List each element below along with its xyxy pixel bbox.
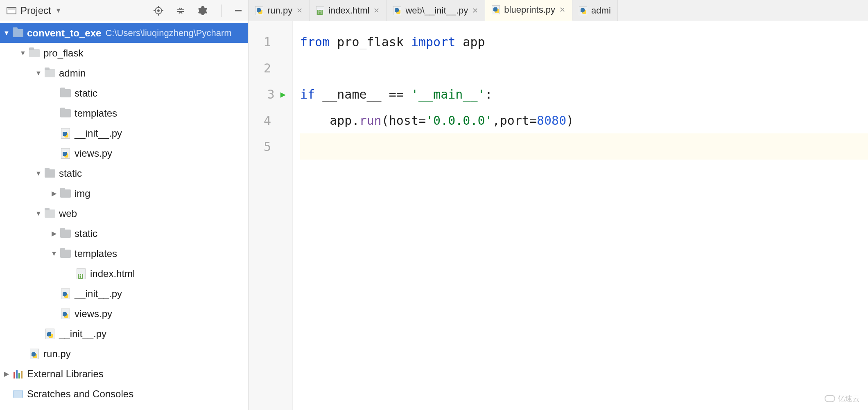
gutter-line[interactable]: 4 bbox=[249, 107, 286, 133]
code-content[interactable]: from pro_flask import appif __name__ == … bbox=[293, 21, 868, 410]
pyfile-icon bbox=[29, 349, 40, 358]
watermark: 亿速云 bbox=[825, 394, 860, 403]
editor-tab[interactable]: admi bbox=[572, 0, 618, 21]
code-line[interactable]: app.run(host='0.0.0.0',port=8080) bbox=[300, 107, 868, 133]
editor-gutter[interactable]: 123▶45 bbox=[249, 21, 293, 410]
tree-row[interactable]: ▶External Libraries bbox=[0, 364, 248, 384]
close-tab-icon[interactable]: ✕ bbox=[559, 5, 565, 14]
python-file-icon bbox=[255, 6, 263, 15]
tree-label: admin bbox=[59, 68, 86, 79]
tree-row[interactable]: ▶Scratches and Consoles bbox=[0, 384, 248, 404]
tree-label: convent_to_exe bbox=[27, 27, 101, 39]
expand-arrow-icon[interactable]: ▼ bbox=[50, 250, 58, 257]
expand-arrow-icon[interactable]: ▼ bbox=[19, 50, 27, 57]
project-tool-window: Project ▼ bbox=[0, 0, 249, 410]
tab-label: blueprints.py bbox=[504, 5, 555, 15]
folder-icon bbox=[60, 189, 71, 198]
pyfile-icon bbox=[60, 149, 71, 158]
tree-label: __init__.py bbox=[75, 288, 122, 300]
gutter-line[interactable]: 3▶ bbox=[249, 81, 286, 107]
expand-arrow-icon[interactable]: ▼ bbox=[34, 70, 43, 77]
collapse-all-button[interactable] bbox=[175, 5, 186, 16]
tree-row[interactable]: ▼static bbox=[0, 163, 248, 183]
tree-row[interactable]: ▶views.py bbox=[0, 304, 248, 324]
project-title[interactable]: Project bbox=[20, 5, 51, 16]
close-tab-icon[interactable]: ✕ bbox=[472, 6, 478, 15]
tree-label: views.py bbox=[75, 148, 112, 159]
tree-label: views.py bbox=[75, 308, 112, 320]
code-line[interactable]: if __name__ == '__main__': bbox=[300, 81, 868, 107]
editor-tabbar[interactable]: run.py✕index.html✕web\__init__.py✕bluepr… bbox=[249, 0, 868, 21]
dropdown-caret-icon[interactable]: ▼ bbox=[55, 7, 62, 14]
tree-row[interactable]: ▶__init__.py bbox=[0, 284, 248, 304]
expand-arrow-icon[interactable]: ▶ bbox=[50, 230, 58, 237]
tree-row[interactable]: ▶index.html bbox=[0, 264, 248, 284]
expand-arrow-icon[interactable]: ▼ bbox=[34, 210, 43, 217]
tree-row[interactable]: ▼convent_to_exeC:\Users\liuqingzheng\Pyc… bbox=[0, 23, 248, 43]
gutter-line[interactable]: 1 bbox=[249, 29, 286, 55]
tree-row[interactable]: ▶static bbox=[0, 83, 248, 103]
tree-row[interactable]: ▶static bbox=[0, 223, 248, 243]
python-file-icon bbox=[393, 6, 401, 15]
tree-label: pro_flask bbox=[43, 47, 83, 59]
tree-label: Scratches and Consoles bbox=[27, 388, 133, 400]
tree-row[interactable]: ▶__init__.py bbox=[0, 123, 248, 143]
expand-arrow-icon[interactable]: ▼ bbox=[2, 29, 11, 37]
folder-icon bbox=[60, 229, 71, 238]
tree-label: __init__.py bbox=[75, 128, 122, 139]
tree-row[interactable]: ▼pro_flask bbox=[0, 43, 248, 63]
tree-row[interactable]: ▶templates bbox=[0, 103, 248, 123]
tree-row[interactable]: ▼admin bbox=[0, 63, 248, 83]
tree-label: index.html bbox=[90, 268, 135, 279]
tree-row[interactable]: ▶views.py bbox=[0, 143, 248, 163]
close-tab-icon[interactable]: ✕ bbox=[296, 6, 303, 15]
close-tab-icon[interactable]: ✕ bbox=[373, 6, 380, 15]
tree-label: web bbox=[59, 208, 77, 219]
editor-tab[interactable]: run.py✕ bbox=[249, 0, 310, 21]
folder-open-icon bbox=[44, 209, 56, 218]
tree-row[interactable]: ▶run.py bbox=[0, 344, 248, 364]
tab-label: admi bbox=[591, 5, 611, 16]
editor-tab[interactable]: blueprints.py✕ bbox=[485, 0, 572, 21]
svg-point-1 bbox=[158, 10, 159, 11]
tree-label: static bbox=[75, 88, 97, 99]
tree-row[interactable]: ▶__init__.py bbox=[0, 324, 248, 344]
project-tree[interactable]: ▼convent_to_exeC:\Users\liuqingzheng\Pyc… bbox=[0, 21, 248, 404]
tree-label: templates bbox=[75, 248, 117, 259]
pyfile-icon bbox=[44, 329, 56, 338]
expand-arrow-icon[interactable]: ▶ bbox=[2, 370, 11, 378]
code-line[interactable] bbox=[300, 133, 868, 160]
editor-tab[interactable]: web\__init__.py✕ bbox=[387, 0, 485, 21]
tab-label: index.html bbox=[328, 5, 369, 16]
code-line[interactable] bbox=[300, 55, 868, 81]
hide-tool-window-button[interactable] bbox=[233, 5, 244, 16]
folder-icon bbox=[60, 89, 71, 98]
project-icon bbox=[7, 7, 16, 14]
python-file-icon bbox=[492, 5, 500, 14]
tree-label: __init__.py bbox=[59, 328, 106, 340]
watermark-icon bbox=[825, 395, 835, 402]
htmlfile-icon bbox=[75, 269, 87, 278]
gutter-line[interactable]: 5 bbox=[249, 133, 286, 160]
tab-label: run.py bbox=[267, 5, 292, 16]
code-line[interactable]: from pro_flask import app bbox=[300, 29, 868, 55]
editor-area: run.py✕index.html✕web\__init__.py✕bluepr… bbox=[249, 0, 868, 410]
tree-row[interactable]: ▼templates bbox=[0, 243, 248, 264]
editor-tab[interactable]: index.html✕ bbox=[310, 0, 387, 21]
pyfile-icon bbox=[60, 129, 71, 138]
folder-icon bbox=[60, 109, 71, 118]
tree-row[interactable]: ▼web bbox=[0, 203, 248, 223]
code-area[interactable]: 123▶45 from pro_flask import appif __nam… bbox=[249, 21, 868, 410]
run-gutter-icon[interactable]: ▶ bbox=[280, 89, 286, 99]
locate-target-button[interactable] bbox=[153, 5, 164, 16]
pyfile-icon bbox=[60, 309, 71, 318]
tree-row[interactable]: ▶img bbox=[0, 183, 248, 203]
settings-gear-button[interactable] bbox=[197, 5, 208, 16]
tree-label: templates bbox=[75, 108, 117, 119]
folder-blue-icon bbox=[12, 29, 24, 38]
tab-label: web\__init__.py bbox=[405, 5, 468, 16]
expand-arrow-icon[interactable]: ▶ bbox=[50, 189, 58, 197]
gutter-line[interactable]: 2 bbox=[249, 55, 286, 81]
expand-arrow-icon[interactable]: ▼ bbox=[34, 170, 43, 177]
html-file-icon bbox=[316, 6, 324, 15]
